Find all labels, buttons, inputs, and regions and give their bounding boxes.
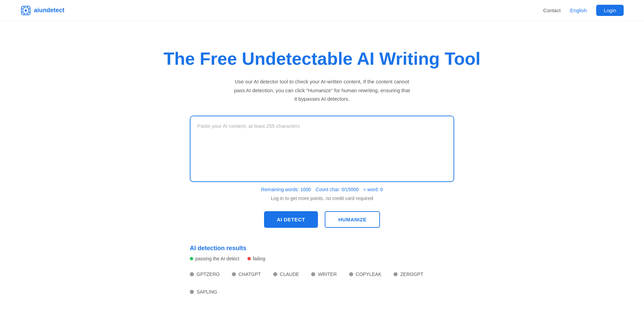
sapling-label: SAPLING [197,289,217,295]
failing-dot [247,257,251,260]
detector-copyleak: COPYLEAK [349,272,381,277]
logo-text: aiundetect [34,7,64,14]
humanize-button[interactable]: HUMANIZE [325,211,380,228]
logo-icon [20,5,31,16]
claude-dot [273,272,277,276]
results-title: AI detection results [190,245,454,252]
language-selector[interactable]: English [570,7,587,13]
content-input[interactable] [190,116,454,180]
approx-word-value: 0 [380,187,383,192]
legend-passing: passing the AI detect [190,256,239,261]
stats-row: Remaining words: 1000 Count char: 0/1500… [261,187,383,192]
gptzero-label: GPTZERO [197,272,220,277]
textarea-wrapper [190,116,454,182]
main-content: The Free Undetectable AI Writing Tool Us… [0,21,644,308]
hero-title: The Free Undetectable AI Writing Tool [163,48,480,69]
login-promo-text: Log in to get more points, no credit car… [271,196,373,201]
zerogpt-dot [394,272,398,276]
copyleak-label: COPYLEAK [356,272,381,277]
copyleak-dot [349,272,353,276]
ai-detect-button[interactable]: AI DETECT [264,211,318,228]
writer-dot [311,272,315,276]
count-char-label: Count char: [316,187,340,192]
hero-subtitle: Use our AI detector tool to check your A… [234,77,410,103]
zerogpt-label: ZEROGPT [400,272,423,277]
claude-label: CLAUDE [280,272,299,277]
detectors-row: GPTZERO CHATGPT CLAUDE WRITER COPYLEAK [190,272,454,295]
detector-claude: CLAUDE [273,272,299,277]
detector-gptzero: GPTZERO [190,272,220,277]
header-nav: Contact English Login [543,5,624,16]
count-char-value: 0/15000 [342,187,359,192]
legend-failing: failing [247,256,265,261]
legend-row: passing the AI detect failing [190,256,454,261]
logo[interactable]: aiundetect [20,5,64,16]
passing-dot [190,257,193,260]
contact-link[interactable]: Contact [543,7,561,13]
writer-label: WRITER [318,272,337,277]
detector-zerogpt: ZEROGPT [394,272,423,277]
passing-label: passing the AI detect [195,256,239,261]
detector-chatgpt: CHATGPT [232,272,261,277]
detector-sapling: SAPLING [190,289,217,295]
login-button[interactable]: Login [596,5,624,16]
approx-word-label: ≈ word: [363,187,379,192]
remaining-words-value: 1000 [300,187,311,192]
gptzero-dot [190,272,194,276]
header: aiundetect Contact English Login [0,0,644,21]
chatgpt-label: CHATGPT [239,272,261,277]
svg-point-2 [25,9,27,11]
detector-writer: WRITER [311,272,337,277]
action-buttons: AI DETECT HUMANIZE [264,211,380,228]
results-section: AI detection results passing the AI dete… [190,245,454,295]
sapling-dot [190,290,194,294]
remaining-words-label: Remaining words: [261,187,299,192]
failing-label: failing [253,256,265,261]
chatgpt-dot [232,272,236,276]
